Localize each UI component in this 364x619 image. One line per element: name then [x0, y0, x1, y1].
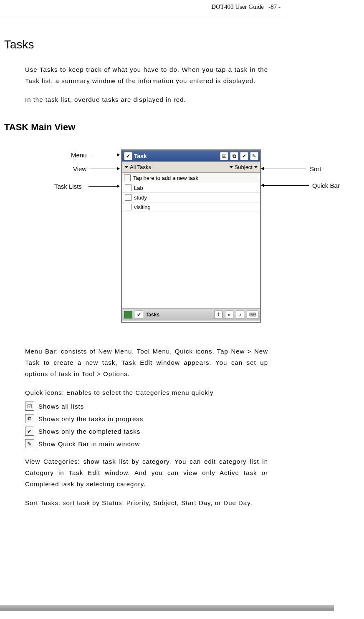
in-progress-icon: ⧉	[25, 414, 34, 423]
icon-def-row: ✔ Shows only the completed tasks	[25, 427, 268, 436]
ann-task-lists-arrow	[117, 184, 120, 188]
ann-view-line	[90, 169, 117, 169]
quickbar-icon: ✎	[25, 439, 34, 448]
view-dropdown-label: All Tasks	[130, 164, 151, 170]
icon-def-text: Show Quick Bar in main window	[38, 440, 140, 447]
taskbar-sip-icon[interactable]: ⌨	[247, 311, 258, 319]
ann-sort-line	[264, 169, 306, 169]
view-dropdown[interactable]: All Tasks	[122, 164, 154, 170]
sort-dropdown[interactable]: Subject	[227, 164, 260, 170]
dropdown-arrow-icon	[254, 166, 258, 168]
quick-icons-intro: Quick icons: Enables to select the Categ…	[25, 387, 268, 398]
page-header: DOT400 User Guide -87 -	[211, 3, 281, 10]
task-row[interactable]: study	[122, 193, 260, 202]
figure-area: Menu View Task Lists Sort Quick Bar ✔ Ta…	[0, 149, 364, 333]
footer-bar	[0, 605, 334, 611]
icon-def-text: Shows only the tasks in progress	[38, 415, 143, 422]
quick-icon-completed[interactable]: ✔	[240, 152, 248, 160]
task-label: visiting	[134, 204, 151, 210]
taskbar-label: Tasks	[146, 312, 159, 318]
quickbar-checkbox[interactable]	[124, 174, 131, 181]
tasks-taskbar-icon[interactable]: ✔	[135, 311, 143, 319]
guide-title: DOT400 User Guide	[211, 3, 264, 10]
ann-menu-arrow	[117, 153, 120, 157]
heading-main-view: TASK Main View	[4, 122, 364, 133]
task-label: Lab	[134, 185, 143, 191]
intro-paragraph-2: In the task list, overdue tasks are disp…	[25, 94, 268, 105]
ann-quick-bar: Quick Bar	[312, 182, 340, 189]
pda-taskbar: ✔ Tasks ⤴ « ♪ ⌨	[122, 308, 260, 321]
ann-menu-line	[91, 155, 117, 155]
intro-paragraph-1: Use Tasks to keep track of what you have…	[25, 64, 268, 86]
ann-quick-bar-line	[264, 185, 309, 186]
icon-definitions: ☑ Shows all lists ⧉ Shows only the tasks…	[25, 402, 268, 448]
ann-view-arrow	[117, 167, 120, 170]
quickbar-hint: Tap here to add a new task	[133, 175, 198, 181]
icon-def-text: Shows all lists	[38, 403, 84, 410]
all-lists-icon: ☑	[25, 402, 34, 411]
heading-tasks: Tasks	[4, 38, 364, 51]
pda-filterbar: All Tasks Subject	[122, 162, 260, 173]
ann-sort-arrow	[261, 167, 264, 170]
ann-task-lists: Task Lists	[54, 183, 82, 190]
header-rule	[0, 17, 284, 17]
icon-def-text: Shows only the completed tasks	[38, 428, 140, 435]
ann-task-lists-line	[88, 186, 117, 187]
intro-paragraph-1-text: Use Tasks to keep track of what you have…	[25, 66, 268, 84]
taskbar-icon[interactable]: ⤴	[214, 311, 222, 319]
ann-sort: Sort	[310, 165, 321, 172]
sort-dropdown-label: Subject	[235, 164, 253, 170]
quick-icon-all[interactable]: ☑	[220, 152, 228, 160]
task-app-icon: ✔	[124, 152, 132, 160]
menu-bar-paragraph: Menu Bar: consists of New Menu, Tool Men…	[25, 346, 268, 379]
quick-icon-progress[interactable]: ⧉	[230, 152, 238, 160]
quick-icon-quickbar[interactable]: ✎	[250, 152, 258, 160]
view-categories-paragraph: View Categories: show task list by categ…	[25, 456, 268, 490]
completed-icon: ✔	[25, 427, 34, 436]
icon-def-row: ✎ Show Quick Bar in main window	[25, 439, 268, 448]
ann-menu: Menu	[71, 152, 87, 159]
pda-titlebar: ✔ Task ☑ ⧉ ✔ ✎	[122, 151, 260, 162]
task-checkbox[interactable]	[125, 194, 131, 201]
start-icon[interactable]	[124, 311, 132, 318]
ann-view: View	[73, 165, 86, 172]
pda-title: Task	[134, 153, 147, 159]
icon-def-row: ⧉ Shows only the tasks in progress	[25, 414, 268, 423]
taskbar-icon[interactable]: «	[225, 311, 233, 319]
page: DOT400 User Guide -87 - Tasks Use Tasks …	[0, 0, 364, 619]
task-checkbox[interactable]	[125, 184, 131, 191]
sort-tasks-paragraph: Sort Tasks: sort task by Status, Priorit…	[25, 497, 268, 508]
task-row[interactable]: Lab	[122, 183, 260, 193]
page-number: -87 -	[268, 3, 281, 10]
pda-tasklist: Lab study visiting	[122, 183, 260, 308]
pda-screenshot: ✔ Task ☑ ⧉ ✔ ✎ All Tasks Subject	[121, 149, 261, 323]
taskbar-icon[interactable]: ♪	[236, 311, 244, 319]
ann-quick-bar-arrow	[261, 184, 264, 187]
dropdown-arrow-icon	[125, 166, 128, 168]
task-label: study	[134, 195, 147, 201]
icon-def-row: ☑ Shows all lists	[25, 402, 268, 411]
dropdown-arrow-icon	[230, 166, 233, 168]
task-checkbox[interactable]	[125, 204, 131, 210]
pda-quickbar[interactable]: Tap here to add a new task	[122, 173, 260, 183]
task-row[interactable]: visiting	[122, 202, 260, 212]
